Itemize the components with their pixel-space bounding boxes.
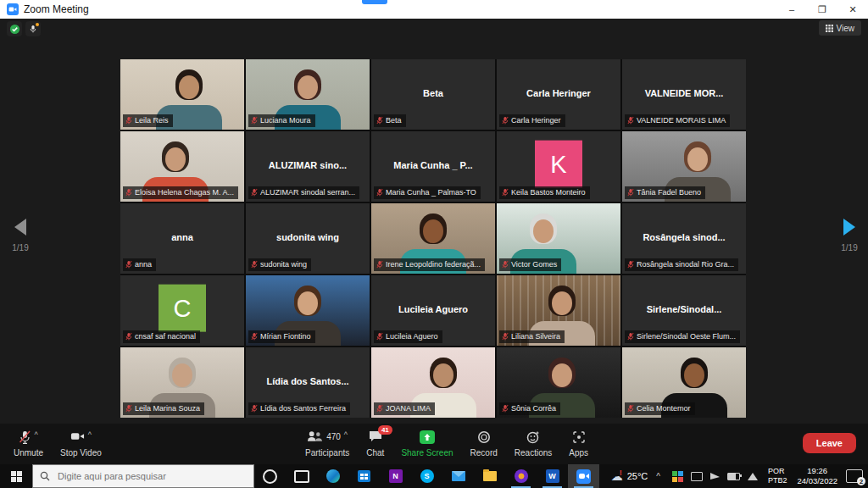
participant-name-label: Leila Marina Souza: [123, 402, 204, 415]
display-icon[interactable]: [691, 472, 703, 481]
previous-page-arrow-icon[interactable]: [14, 219, 26, 236]
maximize-button[interactable]: ❐: [807, 0, 837, 19]
chat-button[interactable]: 41 Chat: [358, 424, 392, 464]
participant-avatar: K: [535, 140, 582, 187]
unmute-label: Unmute: [14, 448, 43, 458]
zoom-app-icon[interactable]: [568, 464, 599, 488]
participant-tile[interactable]: Sônia Corrêa: [497, 347, 620, 418]
participant-tile[interactable]: Leila Marina Souza: [120, 347, 244, 418]
share-screen-label: Share Screen: [401, 448, 453, 458]
stop-video-button[interactable]: ^ Stop Video: [52, 424, 110, 464]
language-indicator[interactable]: POR PTB2: [768, 467, 787, 486]
cortana-icon[interactable]: [254, 464, 286, 488]
task-view-icon[interactable]: [286, 464, 317, 488]
window-titlebar: Zoom Meeting – ❐ ✕: [0, 0, 868, 19]
video-gallery-grid: Leila Reis Luciana Moura Beta: [120, 59, 746, 418]
silhouette-face: [179, 75, 199, 99]
close-button[interactable]: ✕: [837, 0, 868, 19]
participant-display-name: Lucileia Aguero: [375, 304, 492, 314]
participant-tile[interactable]: Leila Reis: [120, 59, 244, 130]
participant-tile[interactable]: Carla Heringer Carla Heringer: [497, 59, 620, 130]
taskbar-clock[interactable]: 19:26 24/03/2022: [797, 466, 837, 487]
file-explorer-icon[interactable]: [474, 464, 505, 488]
minimize-button[interactable]: –: [776, 0, 807, 19]
battery-icon[interactable]: [727, 473, 740, 480]
microsoft-store-icon[interactable]: [348, 464, 380, 488]
record-icon: [477, 430, 491, 444]
windows-taskbar: NSW ☁ ! 25°C ^ POR PTB2 19:26 24/03/2022…: [0, 464, 868, 488]
security-shield-icon[interactable]: [7, 21, 22, 36]
participant-tile[interactable]: C cnsaf saf nacional: [120, 275, 244, 346]
participants-button[interactable]: 470 ^ Participants: [297, 424, 358, 464]
participant-name-label: Lucileia Aguero: [374, 330, 442, 343]
leave-button[interactable]: Leave: [803, 433, 856, 453]
participant-tile[interactable]: ALUZIMAR sino... ALUZIMAR sinodal serran…: [246, 131, 370, 202]
participants-icon: [307, 430, 323, 442]
silhouette-face: [165, 147, 186, 171]
taskbar-search[interactable]: [32, 464, 254, 488]
previous-page-control[interactable]: 1/19: [3, 219, 37, 252]
participant-tile[interactable]: Tânia Fadel Bueno: [622, 131, 746, 202]
mic-muted-icon: [376, 332, 383, 341]
participant-display-name: Beta: [375, 88, 492, 98]
silhouette-face: [433, 363, 453, 387]
participant-tile[interactable]: K Keila Bastos Monteiro: [497, 131, 620, 202]
mic-muted-icon: [125, 188, 132, 197]
view-button[interactable]: View: [819, 20, 862, 36]
participant-name-label: VALNEIDE MORAIS LIMA: [625, 114, 730, 127]
color-grid-icon[interactable]: [672, 471, 683, 482]
next-page-arrow-icon[interactable]: [843, 219, 855, 236]
microphone-status-icon[interactable]: [25, 21, 41, 36]
stop-video-caret[interactable]: ^: [88, 430, 92, 439]
search-input[interactable]: [56, 470, 237, 482]
share-screen-button[interactable]: Share Screen: [392, 424, 461, 464]
start-button[interactable]: [0, 464, 32, 488]
share-plane-icon[interactable]: [710, 473, 720, 480]
word-icon[interactable]: W: [537, 464, 568, 488]
participant-tile[interactable]: Beta Beta: [371, 59, 495, 130]
participant-name-label: Celia Montemor: [625, 402, 695, 415]
participant-tile[interactable]: Maria Cunha _ P... Maria Cunha _ Palmas-…: [371, 131, 495, 202]
participant-tile[interactable]: Victor Gomes: [497, 203, 620, 274]
notification-center-icon[interactable]: 2: [846, 469, 863, 483]
participant-tile[interactable]: VALNEIDE MOR... VALNEIDE MORAIS LIMA: [622, 59, 746, 130]
participant-tile[interactable]: Liliana Silveira: [497, 275, 620, 346]
mail-icon[interactable]: [442, 464, 474, 488]
tray-expand-caret[interactable]: ^: [656, 472, 660, 481]
participant-tile[interactable]: Mírian Fiontino: [246, 275, 370, 346]
participant-tile[interactable]: Rosângela sinod... Rosângela sinodal Rio…: [622, 203, 746, 274]
weather-widget[interactable]: ☁ ! 25°C: [611, 470, 648, 482]
participant-tile[interactable]: Celia Montemor: [622, 347, 746, 418]
participant-tile[interactable]: Lídia dos Santos... Lídia dos Santos Fer…: [246, 347, 370, 418]
participant-tile[interactable]: Lucileia Aguero Lucileia Aguero: [371, 275, 495, 346]
wifi-icon[interactable]: [748, 473, 758, 480]
unmute-caret[interactable]: ^: [34, 430, 37, 439]
silhouette-face: [687, 147, 708, 171]
next-page-control[interactable]: 1/19: [832, 219, 866, 252]
onenote-icon[interactable]: N: [380, 464, 411, 488]
mic-muted-icon: [376, 188, 383, 197]
edge-icon[interactable]: [317, 464, 348, 488]
meeting-controls-notch[interactable]: [362, 0, 387, 4]
skype-icon[interactable]: S: [411, 464, 442, 488]
participant-tile[interactable]: Sirlene/Sinodal... Sirlene/Sinodal Oeste…: [622, 275, 746, 346]
participant-tile[interactable]: sudonita wing sudonita wing: [246, 203, 370, 274]
mic-muted-icon: [627, 188, 634, 197]
apps-button[interactable]: Apps: [560, 424, 597, 464]
record-button[interactable]: Record: [462, 424, 506, 464]
unmute-button[interactable]: ^ Unmute: [5, 424, 52, 464]
participant-name-label: Victor Gomes: [499, 258, 561, 271]
reactions-button[interactable]: Reactions: [506, 424, 560, 464]
participant-tile[interactable]: anna anna: [120, 203, 244, 274]
participant-tile[interactable]: Luciana Moura: [246, 59, 370, 130]
browser-icon[interactable]: [505, 464, 537, 488]
participant-tile[interactable]: Irene Leopoldino federaçã...: [371, 203, 495, 274]
participant-tile[interactable]: Eloisa Helena Chagas M. A...: [120, 131, 244, 202]
participant-tile[interactable]: JOANA LIMA: [371, 347, 495, 418]
mic-muted-icon: [251, 404, 258, 413]
participant-name-label: sudonita wing: [248, 258, 311, 271]
taskbar-app-icons: NSW: [254, 464, 599, 488]
reactions-label: Reactions: [515, 448, 552, 458]
participant-name-label: ALUZIMAR sinodal serran...: [248, 186, 359, 199]
participants-caret[interactable]: ^: [344, 430, 348, 439]
